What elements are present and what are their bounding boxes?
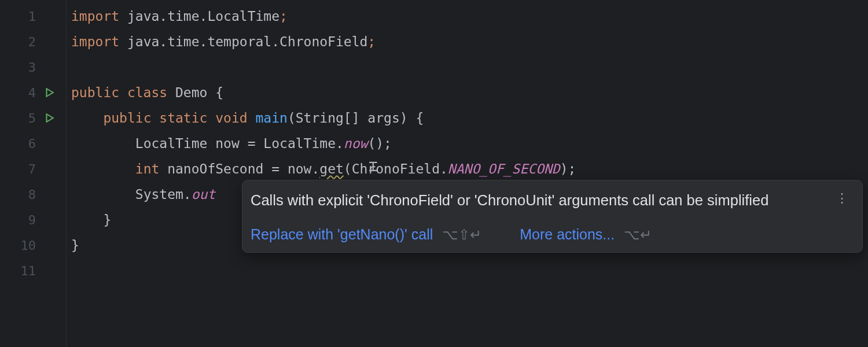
brace: }	[103, 212, 111, 227]
line-number: 7	[28, 162, 36, 176]
more-actions-link[interactable]: More actions...	[520, 226, 615, 243]
indent	[71, 136, 135, 151]
method-name: main	[256, 110, 288, 125]
code-line[interactable]	[71, 54, 868, 80]
indent	[71, 187, 135, 202]
args-close: );	[560, 161, 576, 176]
semicolon: ;	[367, 34, 376, 49]
code-line[interactable]: int nanoOfSecond = now.get(ChronoField.N…	[71, 156, 868, 182]
constant: NANO_OF_SECOND	[448, 161, 560, 176]
line-number: 6	[28, 136, 36, 151]
keyword-import: import	[71, 9, 119, 24]
run-icon[interactable]	[44, 87, 54, 98]
semicolon: ;	[279, 9, 288, 24]
code-editor[interactable]: 1 2 3 4 5 6 7 8 9 10 11 import java.time…	[0, 0, 868, 347]
brace: }	[71, 238, 79, 253]
package-path: java.time.LocalTime	[119, 9, 279, 24]
indent	[71, 212, 103, 227]
brace: {	[207, 85, 223, 100]
indent	[71, 110, 103, 125]
quickfix-replace-link[interactable]: Replace with 'getNano()' call	[251, 226, 433, 243]
package-path: java.time.temporal.ChronoField	[119, 34, 367, 49]
gutter-row: 1	[0, 3, 66, 29]
line-number: 1	[28, 9, 36, 24]
params: (String[] args) {	[288, 110, 424, 125]
code-line[interactable]: import java.time.LocalTime;	[71, 3, 868, 29]
action-group: Replace with 'getNano()' call ⌥⇧↵	[251, 226, 481, 243]
more-vertical-icon[interactable]: ⋮	[833, 191, 851, 206]
line-number: 10	[21, 238, 36, 253]
shortcut-label: ⌥⇧↵	[442, 227, 481, 243]
gutter: 1 2 3 4 5 6 7 8 9 10 11	[0, 0, 67, 347]
gutter-row: 3	[0, 54, 66, 80]
gutter-row: 9	[0, 207, 66, 232]
gutter-row: 2	[0, 29, 66, 54]
call-end: ();	[367, 136, 392, 151]
gutter-row: 7	[0, 156, 66, 182]
action-group: More actions... ⌥↵	[520, 226, 652, 243]
keyword-modifier: public static void	[103, 110, 255, 125]
shortcut-label: ⌥↵	[624, 227, 652, 243]
line-number: 11	[21, 264, 36, 278]
code-area[interactable]: import java.time.LocalTime; import java.…	[67, 0, 868, 347]
static-method: now	[344, 136, 368, 151]
gutter-row: 10	[0, 232, 66, 258]
code-line[interactable]: import java.time.temporal.ChronoField;	[71, 29, 868, 54]
keyword-type: int	[135, 161, 167, 176]
gutter-row: 6	[0, 131, 66, 156]
gutter-row: 11	[0, 258, 66, 283]
gutter-row: 5	[0, 105, 66, 131]
code-line[interactable]: public class Demo {	[71, 80, 868, 105]
system-ref: System.	[135, 187, 192, 202]
line-number: 5	[28, 111, 36, 125]
static-field: out	[192, 187, 216, 202]
run-icon[interactable]	[44, 113, 54, 123]
inspection-message: Calls with explicit 'ChronoField' or 'Ch…	[251, 191, 768, 210]
line-number: 9	[28, 213, 36, 227]
tooltip-header: Calls with explicit 'ChronoField' or 'Ch…	[251, 191, 851, 210]
indent	[71, 161, 135, 176]
line-number: 2	[28, 35, 36, 49]
type-name: LocalTime	[135, 136, 215, 151]
gutter-row: 4	[0, 80, 66, 105]
keyword-class: public class	[71, 85, 175, 100]
inspection-tooltip: Calls with explicit 'ChronoField' or 'Ch…	[242, 180, 863, 253]
gutter-row: 8	[0, 182, 66, 207]
assignment: nanoOfSecond = now.	[167, 161, 319, 176]
text-cursor-icon: ⌶	[369, 157, 378, 175]
code-line[interactable]: LocalTime now = LocalTime.now();	[71, 131, 868, 156]
code-line[interactable]: public static void main(String[] args) {	[71, 105, 868, 131]
code-line[interactable]	[71, 258, 868, 283]
line-number: 8	[28, 187, 36, 202]
method-warning: get	[319, 161, 344, 176]
class-name: Demo	[175, 85, 207, 100]
assignment: now = LocalTime.	[215, 136, 344, 151]
line-number: 3	[28, 60, 36, 75]
line-number: 4	[28, 86, 36, 100]
keyword-import: import	[71, 34, 119, 49]
args-open: (ChronoField.	[344, 161, 448, 176]
tooltip-actions: Replace with 'getNano()' call ⌥⇧↵ More a…	[251, 226, 851, 243]
